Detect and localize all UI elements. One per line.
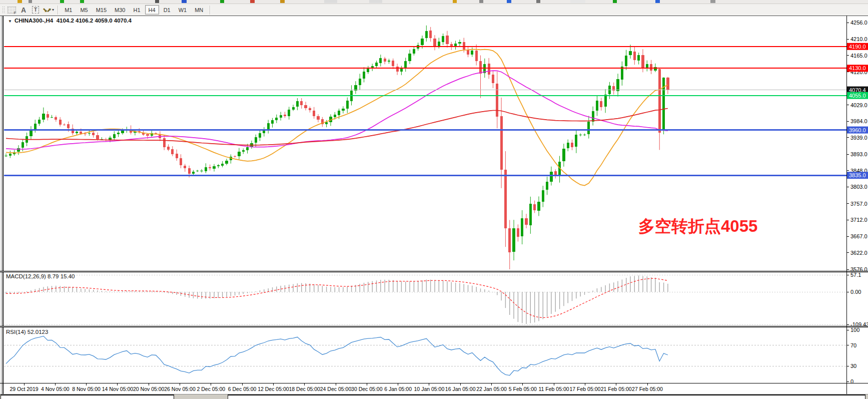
svg-text:3667.0: 3667.0: [850, 233, 867, 239]
candlesticks: [5, 26, 669, 269]
svg-text:27 Feb 05:00: 27 Feb 05:00: [632, 386, 663, 392]
svg-text:3939.0: 3939.0: [850, 135, 867, 141]
symbol-period-label: CHINA300-,H4: [15, 18, 53, 24]
svg-text:3712.0: 3712.0: [850, 217, 867, 223]
svg-text:100: 100: [850, 327, 859, 333]
svg-text:6 Jan 05:00: 6 Jan 05:00: [384, 386, 412, 392]
chevron-down-icon[interactable]: ▼: [8, 19, 12, 24]
ma-fast-orange[interactable]: [6, 50, 668, 186]
svg-text:30 Dec 05:00: 30 Dec 05:00: [351, 386, 383, 392]
svg-text:26 Nov 05:00: 26 Nov 05:00: [164, 386, 196, 392]
macd-signal-line: [6, 278, 668, 318]
svg-text:4130.0: 4130.0: [849, 65, 866, 71]
rsi-panel: [4, 336, 846, 375]
rsi-axis: 10070300: [846, 327, 859, 384]
svg-text:17 Feb 05:00: 17 Feb 05:00: [569, 386, 600, 392]
svg-text:2 Dec 05:00: 2 Dec 05:00: [197, 386, 225, 392]
svg-text:3757.0: 3757.0: [850, 201, 867, 207]
rsi-line: [6, 336, 668, 375]
svg-text:4055.0: 4055.0: [849, 93, 866, 99]
svg-text:3835.0: 3835.0: [849, 172, 866, 178]
chart-title: ▼CHINA300-,H4 4104.2 4106.2 4059.0 4070.…: [8, 18, 132, 24]
macd-panel: [4, 275, 846, 324]
macd-indicator-label: MACD(12,26,9) 8.79 15.40: [6, 273, 75, 279]
chinese-annotation-text[interactable]: 多空转折点4055: [638, 215, 757, 238]
macd-histogram: [6, 275, 668, 324]
svg-text:4 Nov 05:00: 4 Nov 05:00: [41, 386, 70, 392]
svg-text:24 Dec 05:00: 24 Dec 05:00: [320, 386, 352, 392]
svg-text:30: 30: [850, 363, 856, 369]
svg-text:4029.0: 4029.0: [850, 102, 867, 108]
svg-text:3622.0: 3622.0: [850, 250, 867, 256]
svg-text:4165.0: 4165.0: [850, 53, 867, 59]
svg-text:22 Jan 05:00: 22 Jan 05:00: [476, 386, 507, 392]
svg-text:11 Feb 05:00: 11 Feb 05:00: [539, 386, 569, 392]
price-axis: 4256.04210.04165.04120.04074.04029.03984…: [846, 20, 868, 272]
trading-terminal: F A T ⬊⬈ ▾ M1M5M15M30H1H4D1W1MN ▼CHINA30…: [0, 0, 868, 399]
svg-text:18 Dec 05:00: 18 Dec 05:00: [289, 386, 320, 392]
svg-text:6 Dec 05:00: 6 Dec 05:00: [228, 386, 257, 392]
ohlc-values: 4104.2 4106.2 4059.0 4070.4: [57, 18, 132, 24]
svg-text:4256.0: 4256.0: [850, 20, 867, 26]
svg-text:70: 70: [850, 342, 856, 348]
svg-text:0.00: 0.00: [850, 289, 861, 295]
svg-text:4210.0: 4210.0: [850, 36, 867, 42]
svg-text:3893.0: 3893.0: [850, 151, 867, 157]
svg-text:29 Oct 2019: 29 Oct 2019: [10, 386, 38, 392]
svg-text:12 Dec 05:00: 12 Dec 05:00: [258, 386, 289, 392]
svg-text:4190.0: 4190.0: [849, 44, 866, 50]
svg-text:3984.0: 3984.0: [850, 118, 867, 124]
time-axis: 29 Oct 20194 Nov 05:008 Nov 05:0014 Nov …: [10, 383, 663, 392]
svg-text:3803.0: 3803.0: [850, 184, 867, 190]
ma-medium-magenta[interactable]: [6, 71, 668, 149]
svg-text:8 Nov 05:00: 8 Nov 05:00: [72, 386, 101, 392]
svg-text:0: 0: [850, 378, 853, 384]
svg-text:21 Feb 05:00: 21 Feb 05:00: [601, 386, 632, 392]
svg-text:14 Nov 05:00: 14 Nov 05:00: [102, 386, 134, 392]
price-chart-canvas[interactable]: 4256.04210.04165.04120.04074.04029.03984…: [0, 0, 868, 399]
svg-text:16 Jan 05:00: 16 Jan 05:00: [445, 386, 476, 392]
svg-text:5 Feb 05:00: 5 Feb 05:00: [509, 386, 537, 392]
panel-borders: [0, 16, 868, 394]
svg-text:20 Nov 05:00: 20 Nov 05:00: [133, 386, 165, 392]
macd-axis: 57.10.00-109.43: [846, 272, 868, 327]
svg-text:57.1: 57.1: [850, 272, 861, 278]
svg-text:3960.0: 3960.0: [849, 127, 866, 133]
svg-text:10 Jan 05:00: 10 Jan 05:00: [414, 386, 445, 392]
rsi-indicator-label: RSI(14) 52.0123: [6, 329, 48, 335]
